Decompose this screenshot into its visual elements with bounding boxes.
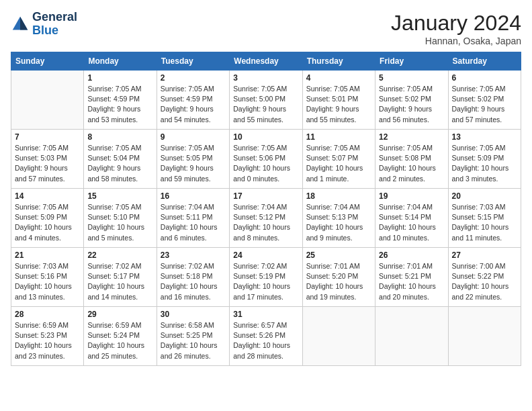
day-info: Sunrise: 7:02 AM Sunset: 5:18 PM Dayligh… bbox=[161, 261, 226, 302]
calendar-cell: 11Sunrise: 7:05 AM Sunset: 5:07 PM Dayli… bbox=[302, 130, 375, 189]
page-header: General Blue January 2024 Hannan, Osaka,… bbox=[11, 11, 521, 46]
day-number: 13 bbox=[452, 132, 517, 142]
day-number: 25 bbox=[306, 250, 371, 260]
day-info: Sunrise: 7:05 AM Sunset: 5:03 PM Dayligh… bbox=[15, 143, 80, 184]
day-info: Sunrise: 7:03 AM Sunset: 5:15 PM Dayligh… bbox=[452, 202, 517, 243]
day-info: Sunrise: 7:00 AM Sunset: 5:22 PM Dayligh… bbox=[452, 261, 517, 302]
day-info: Sunrise: 7:05 AM Sunset: 5:10 PM Dayligh… bbox=[87, 202, 152, 243]
day-number: 18 bbox=[306, 191, 371, 201]
calendar-cell: 31Sunrise: 6:57 AM Sunset: 5:26 PM Dayli… bbox=[230, 307, 302, 366]
day-number: 8 bbox=[87, 132, 152, 142]
col-header-saturday: Saturday bbox=[448, 52, 521, 71]
calendar-cell: 14Sunrise: 7:05 AM Sunset: 5:09 PM Dayli… bbox=[11, 189, 84, 248]
day-info: Sunrise: 7:05 AM Sunset: 5:09 PM Dayligh… bbox=[15, 202, 80, 243]
day-info: Sunrise: 7:01 AM Sunset: 5:20 PM Dayligh… bbox=[306, 261, 371, 302]
day-number: 20 bbox=[452, 191, 517, 201]
day-info: Sunrise: 6:59 AM Sunset: 5:23 PM Dayligh… bbox=[15, 320, 80, 361]
calendar-cell: 27Sunrise: 7:00 AM Sunset: 5:22 PM Dayli… bbox=[448, 248, 521, 307]
logo: General Blue bbox=[11, 11, 77, 38]
day-info: Sunrise: 6:59 AM Sunset: 5:24 PM Dayligh… bbox=[87, 320, 152, 361]
day-info: Sunrise: 7:05 AM Sunset: 5:06 PM Dayligh… bbox=[233, 143, 298, 184]
day-number: 30 bbox=[161, 310, 226, 319]
calendar-cell: 3Sunrise: 7:05 AM Sunset: 5:00 PM Daylig… bbox=[230, 71, 302, 130]
day-number: 22 bbox=[87, 250, 152, 260]
day-number: 6 bbox=[452, 73, 517, 83]
calendar-cell: 2Sunrise: 7:05 AM Sunset: 4:59 PM Daylig… bbox=[157, 71, 229, 130]
day-info: Sunrise: 7:05 AM Sunset: 5:00 PM Dayligh… bbox=[233, 84, 298, 125]
calendar-cell: 6Sunrise: 7:05 AM Sunset: 5:02 PM Daylig… bbox=[448, 71, 521, 130]
day-number: 14 bbox=[15, 191, 80, 201]
calendar-cell: 22Sunrise: 7:02 AM Sunset: 5:17 PM Dayli… bbox=[84, 248, 157, 307]
calendar-cell: 7Sunrise: 7:05 AM Sunset: 5:03 PM Daylig… bbox=[11, 130, 84, 189]
day-number: 28 bbox=[15, 310, 80, 319]
day-number: 3 bbox=[233, 73, 298, 83]
day-number: 23 bbox=[161, 250, 226, 260]
day-number: 1 bbox=[87, 73, 152, 83]
svg-marker-1 bbox=[20, 17, 28, 30]
calendar-cell: 10Sunrise: 7:05 AM Sunset: 5:06 PM Dayli… bbox=[230, 130, 302, 189]
week-row-3: 14Sunrise: 7:05 AM Sunset: 5:09 PM Dayli… bbox=[11, 189, 521, 248]
day-info: Sunrise: 7:01 AM Sunset: 5:21 PM Dayligh… bbox=[379, 261, 444, 302]
calendar-cell: 17Sunrise: 7:04 AM Sunset: 5:12 PM Dayli… bbox=[230, 189, 302, 248]
day-info: Sunrise: 7:05 AM Sunset: 5:05 PM Dayligh… bbox=[161, 143, 226, 184]
calendar-cell: 24Sunrise: 7:02 AM Sunset: 5:19 PM Dayli… bbox=[230, 248, 302, 307]
col-header-sunday: Sunday bbox=[11, 52, 84, 71]
day-info: Sunrise: 7:04 AM Sunset: 5:12 PM Dayligh… bbox=[233, 202, 298, 243]
logo-text-blue: Blue bbox=[32, 24, 77, 38]
calendar-cell: 21Sunrise: 7:03 AM Sunset: 5:16 PM Dayli… bbox=[11, 248, 84, 307]
day-info: Sunrise: 7:05 AM Sunset: 4:59 PM Dayligh… bbox=[161, 84, 226, 125]
location: Hannan, Osaka, Japan bbox=[391, 36, 521, 46]
month-title: January 2024 bbox=[391, 11, 521, 36]
logo-text-general: General bbox=[32, 11, 77, 24]
title-block: January 2024 Hannan, Osaka, Japan bbox=[391, 11, 521, 46]
day-number: 29 bbox=[87, 310, 152, 319]
day-number: 21 bbox=[15, 250, 80, 260]
day-info: Sunrise: 7:04 AM Sunset: 5:13 PM Dayligh… bbox=[306, 202, 371, 243]
day-number: 11 bbox=[306, 132, 371, 142]
day-info: Sunrise: 7:05 AM Sunset: 5:08 PM Dayligh… bbox=[379, 143, 444, 184]
day-info: Sunrise: 7:03 AM Sunset: 5:16 PM Dayligh… bbox=[15, 261, 80, 302]
calendar-cell: 5Sunrise: 7:05 AM Sunset: 5:02 PM Daylig… bbox=[375, 71, 448, 130]
calendar-cell bbox=[11, 71, 84, 130]
day-number: 10 bbox=[233, 132, 298, 142]
calendar-cell: 25Sunrise: 7:01 AM Sunset: 5:20 PM Dayli… bbox=[302, 248, 375, 307]
day-info: Sunrise: 7:05 AM Sunset: 4:59 PM Dayligh… bbox=[87, 84, 152, 125]
col-header-thursday: Thursday bbox=[302, 52, 375, 71]
calendar-cell bbox=[375, 307, 448, 366]
day-info: Sunrise: 6:57 AM Sunset: 5:26 PM Dayligh… bbox=[233, 320, 298, 361]
day-info: Sunrise: 7:05 AM Sunset: 5:09 PM Dayligh… bbox=[452, 143, 517, 184]
calendar-cell: 28Sunrise: 6:59 AM Sunset: 5:23 PM Dayli… bbox=[11, 307, 84, 366]
col-header-monday: Monday bbox=[84, 52, 157, 71]
day-info: Sunrise: 7:05 AM Sunset: 5:04 PM Dayligh… bbox=[87, 143, 152, 184]
day-info: Sunrise: 7:05 AM Sunset: 5:07 PM Dayligh… bbox=[306, 143, 371, 184]
week-row-5: 28Sunrise: 6:59 AM Sunset: 5:23 PM Dayli… bbox=[11, 307, 521, 366]
day-info: Sunrise: 7:05 AM Sunset: 5:02 PM Dayligh… bbox=[379, 84, 444, 125]
week-row-4: 21Sunrise: 7:03 AM Sunset: 5:16 PM Dayli… bbox=[11, 248, 521, 307]
calendar-cell: 4Sunrise: 7:05 AM Sunset: 5:01 PM Daylig… bbox=[302, 71, 375, 130]
day-number: 7 bbox=[15, 132, 80, 142]
day-number: 5 bbox=[379, 73, 444, 83]
day-number: 12 bbox=[379, 132, 444, 142]
day-number: 2 bbox=[161, 73, 226, 83]
calendar-cell: 30Sunrise: 6:58 AM Sunset: 5:25 PM Dayli… bbox=[157, 307, 229, 366]
week-row-2: 7Sunrise: 7:05 AM Sunset: 5:03 PM Daylig… bbox=[11, 130, 521, 189]
calendar-cell: 18Sunrise: 7:04 AM Sunset: 5:13 PM Dayli… bbox=[302, 189, 375, 248]
day-info: Sunrise: 7:02 AM Sunset: 5:19 PM Dayligh… bbox=[233, 261, 298, 302]
calendar-cell: 26Sunrise: 7:01 AM Sunset: 5:21 PM Dayli… bbox=[375, 248, 448, 307]
day-number: 16 bbox=[161, 191, 226, 201]
calendar-cell: 23Sunrise: 7:02 AM Sunset: 5:18 PM Dayli… bbox=[157, 248, 229, 307]
col-header-friday: Friday bbox=[375, 52, 448, 71]
calendar-cell: 8Sunrise: 7:05 AM Sunset: 5:04 PM Daylig… bbox=[84, 130, 157, 189]
calendar-cell: 12Sunrise: 7:05 AM Sunset: 5:08 PM Dayli… bbox=[375, 130, 448, 189]
week-row-1: 1Sunrise: 7:05 AM Sunset: 4:59 PM Daylig… bbox=[11, 71, 521, 130]
day-info: Sunrise: 7:04 AM Sunset: 5:11 PM Dayligh… bbox=[161, 202, 226, 243]
col-header-wednesday: Wednesday bbox=[230, 52, 302, 71]
day-number: 19 bbox=[379, 191, 444, 201]
col-header-tuesday: Tuesday bbox=[157, 52, 229, 71]
day-info: Sunrise: 7:05 AM Sunset: 5:01 PM Dayligh… bbox=[306, 84, 371, 125]
day-number: 26 bbox=[379, 250, 444, 260]
calendar-cell: 9Sunrise: 7:05 AM Sunset: 5:05 PM Daylig… bbox=[157, 130, 229, 189]
day-info: Sunrise: 7:05 AM Sunset: 5:02 PM Dayligh… bbox=[452, 84, 517, 125]
day-number: 4 bbox=[306, 73, 371, 83]
calendar-header-row: SundayMondayTuesdayWednesdayThursdayFrid… bbox=[11, 52, 521, 71]
